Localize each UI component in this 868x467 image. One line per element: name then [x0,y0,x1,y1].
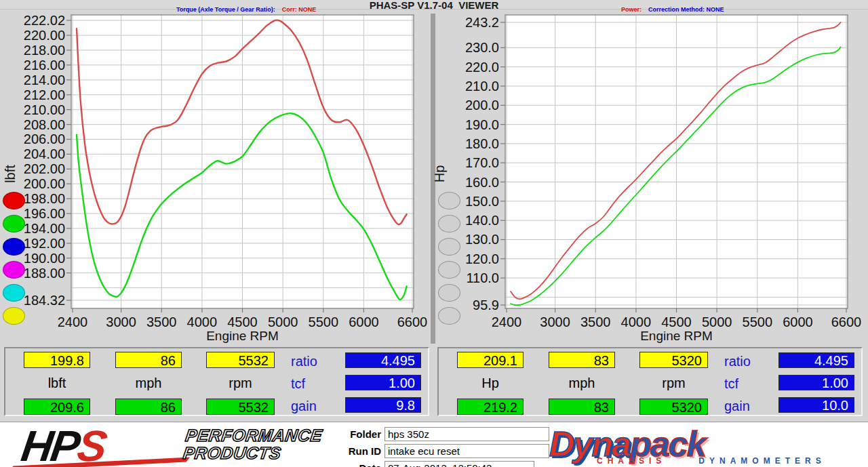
svg-text:3500: 3500 [146,314,177,329]
power-run1-mph: 83 [549,352,615,368]
power-chart-header: Power: Correction Method: NONE [621,6,724,13]
svg-text:4000: 4000 [187,314,218,329]
power-correction-label: Correction Method: NONE [648,6,724,13]
svg-text:3000: 3000 [540,314,570,329]
gain-label: gain [724,399,750,414]
torque-run1-mph: 86 [115,352,182,368]
torque-run1-rpm: 5532 [206,352,275,368]
hps-logo-text: PERFORMANCE PRODUCTS [182,426,323,462]
svg-text:6600: 6600 [831,314,862,329]
power-run1-rpm: 5320 [639,352,708,368]
dynapack-logo-subtitle: CHASSIS DYNAMOMETERS [597,456,826,466]
svg-text:Hp: Hp [433,165,447,183]
svg-text:210.0: 210.0 [465,79,499,94]
run-id-row: Run ID intake ecu reset [340,444,549,458]
run-select-disabled-slot-4[interactable] [438,261,460,279]
run-select-disabled-slot-2[interactable] [438,215,460,232]
mph-unit-label: mph [115,375,182,391]
svg-text:160.0: 160.0 [465,175,499,190]
power-header-label: Power: [621,6,642,13]
ratio-label: ratio [724,354,751,369]
svg-text:184.32: 184.32 [24,293,65,308]
svg-text:198.00: 198.00 [24,191,65,206]
svg-text:218.00: 218.00 [24,43,65,58]
hps-logo-line1: PERFORMANCE [184,426,323,444]
mph-unit-label: mph [549,375,615,391]
torque-run2-value: 209.6 [24,399,90,415]
run-select-disabled-slot-3[interactable] [438,238,460,256]
tcf-label: tcf [724,376,738,392]
gain-value: 10.0 [778,397,854,413]
tcf-label: tcf [291,376,305,392]
svg-text:6000: 6000 [783,314,813,329]
ratio-value: 4.495 [778,352,854,368]
svg-text:230.0: 230.0 [465,40,499,55]
torque-run1-value: 199.8 [24,352,90,368]
run-select-yellow[interactable] [3,307,25,325]
power-run2-value: 219.2 [457,399,524,415]
gain-value: 9.8 [345,397,421,413]
hps-logo-line2: PRODUCTS [182,444,321,462]
svg-text:130.0: 130.0 [465,232,499,247]
svg-text:208.00: 208.00 [24,117,65,132]
svg-text:140.0: 140.0 [465,213,499,228]
svg-text:180.0: 180.0 [465,136,499,151]
folder-input[interactable]: hps 350z [384,427,549,441]
date-row: Date 07-Aug-2013 12:50:43 [340,461,549,467]
torque-unit-label: lbft [24,375,90,391]
tcf-value: 1.00 [345,375,421,390]
svg-text:120.0: 120.0 [465,251,499,266]
ratio-label: ratio [291,354,317,369]
hps-logo: HPS PERFORMANCE PRODUCTS [15,426,317,466]
svg-text:170.0: 170.0 [465,155,499,170]
run-id-input[interactable]: intake ecu reset [384,444,549,458]
power-chart: 243.2230.0220.0210.0200.0190.0180.0170.0… [433,14,868,344]
run-select-cyan[interactable] [3,284,25,302]
svg-text:192.00: 192.00 [24,236,65,251]
torque-run2-mph: 86 [115,399,182,415]
svg-text:190.0: 190.0 [465,117,499,132]
tcf-value: 1.00 [778,375,854,390]
svg-text:200.00: 200.00 [24,176,65,191]
run-info-fields: Folder hps 350z Run ID intake ecu reset … [340,427,549,467]
folder-row: Folder hps 350z [340,427,549,441]
svg-text:210.00: 210.00 [24,102,65,117]
run-select-disabled-slot-1[interactable] [438,192,460,209]
svg-text:200.0: 200.0 [465,98,499,113]
svg-text:194.00: 194.00 [24,221,65,236]
run-select-disabled-slot-6[interactable] [438,307,460,325]
torque-header-label: Torque (Axle Torque / Gear Ratio): [176,6,275,13]
svg-text:214.00: 214.00 [24,73,65,87]
run-select-magenta[interactable] [3,261,25,279]
torque-stat-panel: 199.8 86 5532 lbft mph rpm 209.6 86 5532… [4,347,429,416]
footer: HPS PERFORMANCE PRODUCTS Folder hps 350z… [0,422,868,467]
dynapack-logo: Dynapack CHASSIS DYNAMOMETERS [549,424,863,466]
svg-text:212.00: 212.00 [24,87,65,102]
svg-text:190.00: 190.00 [24,251,65,266]
svg-text:2400: 2400 [492,314,522,329]
torque-run2-rpm: 5532 [206,399,275,415]
date-input[interactable]: 07-Aug-2013 12:50:43 [384,461,534,467]
svg-text:150.0: 150.0 [465,194,499,209]
svg-text:196.00: 196.00 [24,206,65,221]
power-run1-value: 209.1 [457,352,524,368]
svg-text:222.02: 222.02 [24,14,65,28]
run-select-blue[interactable] [3,238,25,256]
hps-logo-mark: HPS [18,421,108,467]
svg-text:lbft: lbft [4,165,18,183]
run-select-red[interactable] [3,192,25,209]
run-select-green[interactable] [3,215,25,232]
svg-text:6000: 6000 [349,314,379,329]
svg-text:110.0: 110.0 [466,270,499,285]
svg-text:4000: 4000 [621,314,652,329]
svg-text:4500: 4500 [227,314,258,329]
power-stat-panel: 209.1 83 5320 Hp mph rpm 219.2 83 5320 r… [437,347,863,416]
svg-text:5500: 5500 [309,314,339,329]
svg-text:5000: 5000 [268,314,298,329]
run-select-disabled-slot-5[interactable] [438,284,460,302]
svg-text:188.00: 188.00 [24,266,65,281]
svg-text:5500: 5500 [743,314,773,329]
torque-chart-header: Torque (Axle Torque / Gear Ratio): Corr:… [176,6,316,13]
svg-text:220.00: 220.00 [24,28,65,43]
svg-text:216.00: 216.00 [24,58,65,73]
